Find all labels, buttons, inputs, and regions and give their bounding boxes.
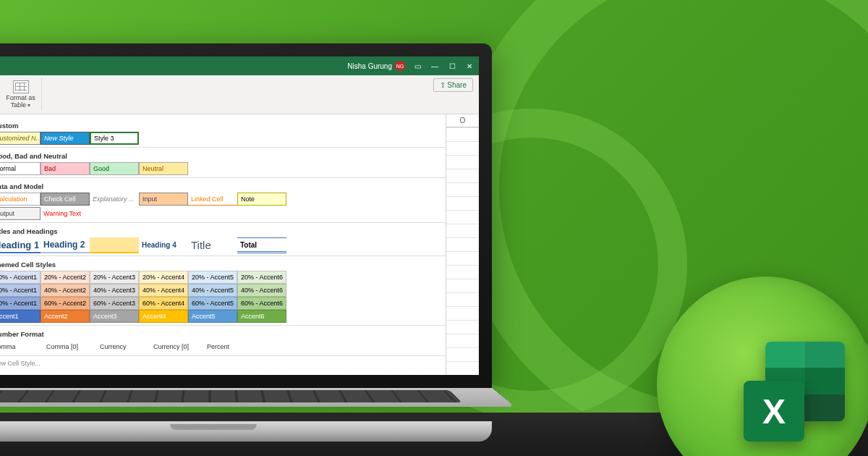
style-swatch[interactable]: Accent6	[237, 310, 286, 323]
format-as-table-icon	[13, 80, 29, 93]
close-button[interactable]: ✕	[464, 61, 475, 71]
style-swatch[interactable]: Good	[90, 162, 139, 175]
style-swatch[interactable]: Bad	[41, 162, 90, 175]
style-swatch[interactable]: Output	[0, 207, 41, 220]
number-format-swatch[interactable]: Percent	[207, 343, 252, 350]
excel-window: Nisha Gurung NG ▭ — ☐ ✕ Conditional Form…	[0, 56, 479, 375]
style-swatch[interactable]: 60% - Accent1	[0, 297, 41, 310]
style-swatch[interactable]: Heading 2	[41, 237, 90, 253]
style-swatch[interactable]: Input	[139, 193, 188, 206]
ribbon: Conditional Formatting Format as Table S…	[0, 75, 479, 114]
style-swatch[interactable]: 40% - Accent4	[139, 284, 188, 297]
style-swatch[interactable]: 20% - Accent4	[139, 271, 188, 284]
cell-styles-gallery: Custom Customized N...New StyleStyle 3 G…	[0, 114, 479, 375]
user-account[interactable]: Nisha Gurung NG	[347, 61, 405, 71]
style-swatch[interactable]: 20% - Accent1	[0, 271, 41, 284]
style-swatch[interactable]: Style 3	[90, 132, 139, 145]
style-swatch[interactable]: Accent5	[188, 310, 237, 323]
laptop-base	[0, 421, 492, 442]
style-swatch[interactable]: 20% - Accent2	[41, 271, 90, 284]
style-swatch[interactable]: Title	[188, 237, 237, 253]
style-swatch[interactable]: New Style	[41, 132, 90, 145]
style-swatch[interactable]: Accent4	[139, 310, 188, 323]
style-swatch[interactable]: Total	[237, 237, 286, 253]
new-cell-style-button[interactable]: New Cell Style...	[0, 358, 470, 368]
themed-cell-styles-label: Themed Cell Styles	[0, 261, 470, 269]
number-format-swatch[interactable]: Comma	[0, 343, 38, 350]
excel-logo-x-icon: X	[744, 381, 804, 442]
style-swatch[interactable]	[90, 237, 139, 253]
style-swatch[interactable]: 60% - Accent4	[139, 297, 188, 310]
style-swatch[interactable]: 20% - Accent3	[90, 271, 139, 284]
style-swatch[interactable]: Normal	[0, 162, 41, 175]
style-swatch[interactable]: 60% - Accent6	[237, 297, 286, 310]
format-as-table-label: Format as Table	[6, 95, 35, 109]
style-swatch[interactable]: Accent2	[41, 310, 90, 323]
window-titlebar: Nisha Gurung NG ▭ — ☐ ✕	[0, 56, 479, 75]
style-swatch[interactable]: 40% - Accent2	[41, 284, 90, 297]
style-swatch[interactable]: Customized N...	[0, 132, 41, 145]
number-format-swatch[interactable]: Currency [0]	[153, 343, 198, 350]
format-as-table-button[interactable]: Format as Table	[0, 78, 42, 111]
number-format-swatch[interactable]: Currency	[100, 343, 145, 350]
number-format-label: Number Format	[0, 330, 470, 338]
titles-and-headings-label: Titles and Headings	[0, 227, 470, 235]
style-swatch[interactable]: Accent1	[0, 310, 41, 323]
style-swatch[interactable]: 40% - Accent1	[0, 284, 41, 297]
column-header[interactable]: O	[446, 114, 479, 127]
data-and-model-label: Data and Model	[0, 182, 470, 190]
style-swatch[interactable]: Neutral	[139, 162, 188, 175]
style-swatch[interactable]: 60% - Accent3	[90, 297, 139, 310]
style-swatch[interactable]: Heading 1	[0, 237, 41, 253]
style-swatch[interactable]: 40% - Accent6	[237, 284, 286, 297]
style-swatch[interactable]: 40% - Accent3	[90, 284, 139, 297]
style-swatch[interactable]: 60% - Accent2	[41, 297, 90, 310]
number-format-swatch[interactable]: Comma [0]	[46, 343, 91, 350]
ribbon-display-options-icon[interactable]: ▭	[412, 61, 422, 71]
spreadsheet-right-columns: O	[446, 114, 479, 375]
laptop-keyboard	[0, 388, 516, 407]
style-swatch[interactable]: Check Cell	[41, 193, 90, 206]
style-swatch[interactable]: 60% - Accent5	[188, 297, 237, 310]
minimize-button[interactable]: —	[430, 61, 440, 71]
custom-section-label: Custom	[0, 122, 470, 130]
user-name-label: Nisha Gurung	[347, 62, 392, 70]
style-swatch[interactable]: Note	[237, 193, 286, 206]
style-swatch[interactable]: Accent3	[90, 310, 139, 323]
style-swatch[interactable]: Calculation	[0, 193, 41, 206]
good-bad-neutral-label: Good, Bad and Neutral	[0, 152, 470, 160]
style-swatch[interactable]: Warning Text	[41, 207, 90, 220]
user-avatar-badge: NG	[395, 61, 405, 71]
maximize-button[interactable]: ☐	[447, 61, 457, 71]
style-swatch[interactable]: Linked Cell	[188, 193, 237, 206]
style-swatch[interactable]: Explanatory ...	[90, 193, 139, 206]
share-button[interactable]: Share	[433, 78, 473, 92]
grid-lines	[446, 127, 479, 375]
excel-logo: X	[744, 342, 845, 443]
style-swatch[interactable]: 20% - Accent6	[237, 271, 286, 284]
style-swatch[interactable]: Heading 4	[139, 237, 188, 253]
laptop-frame: Nisha Gurung NG ▭ — ☐ ✕ Conditional Form…	[0, 43, 492, 442]
style-swatch[interactable]: 20% - Accent5	[188, 271, 237, 284]
style-swatch[interactable]: 40% - Accent5	[188, 284, 237, 297]
